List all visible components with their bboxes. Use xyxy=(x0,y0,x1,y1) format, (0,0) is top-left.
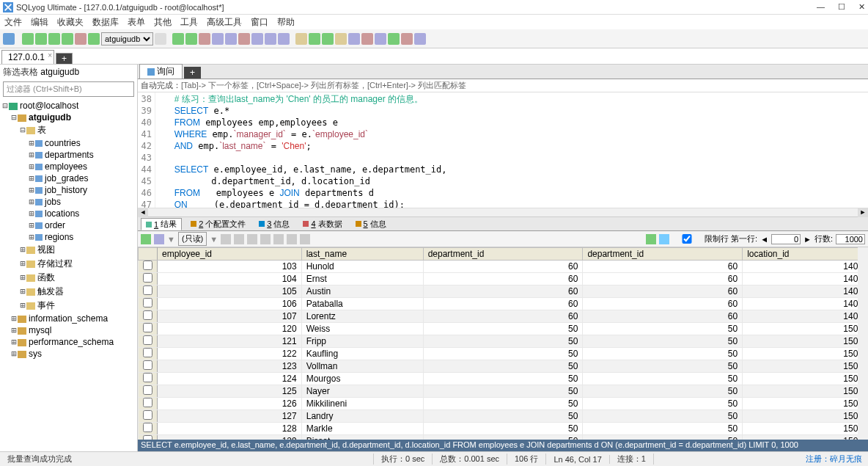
tool-icon[interactable] xyxy=(62,33,73,45)
menu-item[interactable]: 文件 xyxy=(4,16,22,29)
database-selector[interactable]: atguigudb xyxy=(101,32,153,45)
row-checkbox[interactable] xyxy=(143,285,152,295)
tool-icon[interactable] xyxy=(225,33,237,45)
result-tab[interactable]: 3 信息 xyxy=(254,219,294,230)
tool-icon[interactable] xyxy=(75,33,87,45)
tool-icon[interactable] xyxy=(35,33,47,45)
row-checkbox[interactable] xyxy=(143,398,152,407)
tool-icon[interactable] xyxy=(322,33,334,45)
column-header[interactable]: location_id xyxy=(743,248,868,261)
column-header[interactable]: last_name xyxy=(301,248,423,261)
rows-input[interactable] xyxy=(836,234,865,244)
row-checkbox[interactable] xyxy=(143,360,152,370)
column-header[interactable]: department_id xyxy=(583,248,743,261)
table-row[interactable]: 105Austin60601400 xyxy=(139,285,868,298)
tree-node[interactable]: ⊞触发器 xyxy=(0,285,137,299)
tool-icon[interactable] xyxy=(273,234,284,244)
scroll-left-icon[interactable]: ◄ xyxy=(138,208,148,217)
tree-node[interactable]: ⊞regions xyxy=(0,231,137,243)
grid-icon[interactable] xyxy=(141,234,151,244)
tool-icon[interactable] xyxy=(309,33,320,45)
tool-icon[interactable] xyxy=(287,234,297,244)
table-row[interactable]: 127Landry50501500 xyxy=(139,410,868,423)
tool-icon[interactable] xyxy=(278,33,290,45)
tree-node[interactable]: ⊞information_schema xyxy=(0,313,137,324)
tool-icon[interactable] xyxy=(265,33,276,45)
tool-icon[interactable] xyxy=(48,33,60,45)
tool-icon[interactable] xyxy=(414,33,426,45)
table-row[interactable]: 123Vollman50501500 xyxy=(139,360,868,373)
tree-node[interactable]: ⊞departments xyxy=(0,149,137,161)
table-row[interactable]: 106Pataballa60601400 xyxy=(139,298,868,310)
tree-node[interactable]: ⊞job_grades xyxy=(0,172,137,184)
row-checkbox[interactable] xyxy=(143,323,152,332)
readonly-selector[interactable]: (只读) xyxy=(178,232,207,246)
tree-node[interactable]: ⊞jobs xyxy=(0,196,137,208)
menu-item[interactable]: 高级工具 xyxy=(207,16,242,29)
result-tab[interactable]: 2 个配置文件 xyxy=(186,219,250,230)
tool-icon[interactable] xyxy=(247,234,257,244)
tool-icon[interactable] xyxy=(335,33,347,45)
tool-icon[interactable] xyxy=(300,234,310,244)
row-checkbox[interactable] xyxy=(143,385,152,395)
refresh-icon[interactable] xyxy=(155,33,166,45)
row-checkbox[interactable] xyxy=(143,410,152,420)
maximize-button[interactable]: ☐ xyxy=(838,2,845,12)
close-tab-icon[interactable]: × xyxy=(48,51,52,59)
tool-icon[interactable] xyxy=(234,234,244,244)
next-page-icon[interactable]: ► xyxy=(803,235,812,244)
grid-vscroll[interactable] xyxy=(858,247,868,440)
tree-node[interactable]: ⊞mysql xyxy=(0,324,137,336)
tree-node[interactable]: ⊞事件 xyxy=(0,299,137,313)
row-checkbox[interactable] xyxy=(143,261,152,270)
tool-icon[interactable] xyxy=(659,234,669,244)
scroll-right-icon[interactable]: ► xyxy=(858,208,868,217)
tree-node[interactable]: ⊟atguigudb xyxy=(0,112,137,123)
table-row[interactable]: 121Fripp50501500 xyxy=(139,335,868,348)
tool-icon[interactable] xyxy=(238,33,250,45)
run-icon[interactable] xyxy=(172,33,184,45)
result-tab[interactable]: 4 表数据 xyxy=(298,219,346,230)
tool-icon[interactable] xyxy=(295,33,307,45)
new-connection-icon[interactable] xyxy=(3,33,15,45)
menu-item[interactable]: 窗口 xyxy=(251,16,268,29)
tree-node[interactable]: ⊞sys xyxy=(0,348,137,360)
tool-icon[interactable] xyxy=(88,33,100,45)
tree-node[interactable]: ⊞job_history xyxy=(0,184,137,196)
table-row[interactable]: 128Markle50501500 xyxy=(139,423,868,435)
result-tab[interactable]: 1 结果 xyxy=(141,218,182,230)
run-all-icon[interactable] xyxy=(185,33,197,45)
tree-node[interactable]: ⊞locations xyxy=(0,208,137,219)
limit-first-input[interactable] xyxy=(771,234,801,244)
tool-icon[interactable] xyxy=(388,33,400,45)
tree-node[interactable]: ⊟表 xyxy=(0,123,137,137)
connection-tab[interactable]: 127.0.0.1× xyxy=(1,50,54,64)
column-header[interactable]: department_id xyxy=(423,248,583,261)
column-header[interactable]: employee_id xyxy=(158,248,302,261)
tool-icon[interactable] xyxy=(251,33,263,45)
format-icon[interactable] xyxy=(212,33,224,45)
close-button[interactable]: ✕ xyxy=(858,2,865,12)
editor-hscroll[interactable]: ◄ ► xyxy=(138,208,868,216)
menu-item[interactable]: 工具 xyxy=(180,16,198,29)
table-row[interactable]: 122Kaufling50501500 xyxy=(139,348,868,360)
result-grid[interactable]: employee_idlast_namedepartment_iddepartm… xyxy=(138,247,868,440)
prev-page-icon[interactable]: ◄ xyxy=(760,235,768,244)
query-tab[interactable]: 询问 xyxy=(139,64,183,79)
tree-node[interactable]: ⊞countries xyxy=(0,137,137,149)
table-row[interactable]: 126Mikkilineni50501500 xyxy=(139,398,868,410)
table-row[interactable]: 129Bissot50501500 xyxy=(139,435,868,440)
tool-icon[interactable] xyxy=(361,33,373,45)
tree-node[interactable]: ⊞order xyxy=(0,219,137,231)
stop-icon[interactable] xyxy=(199,33,210,45)
tree-node[interactable]: ⊞函数 xyxy=(0,271,137,285)
table-row[interactable]: 120Weiss50501500 xyxy=(139,323,868,335)
table-row[interactable]: 125Nayer50501500 xyxy=(139,385,868,398)
sql-editor[interactable]: 38394041424344454647 # 练习：查询出last_name为 … xyxy=(138,92,868,217)
menu-item[interactable]: 数据库 xyxy=(92,16,119,29)
limit-checkbox[interactable] xyxy=(672,234,702,244)
tree-node[interactable]: ⊟root@localhost xyxy=(0,100,137,112)
row-checkbox[interactable] xyxy=(143,373,152,382)
add-connection-tab[interactable]: + xyxy=(56,53,73,64)
menu-item[interactable]: 其他 xyxy=(154,16,172,29)
